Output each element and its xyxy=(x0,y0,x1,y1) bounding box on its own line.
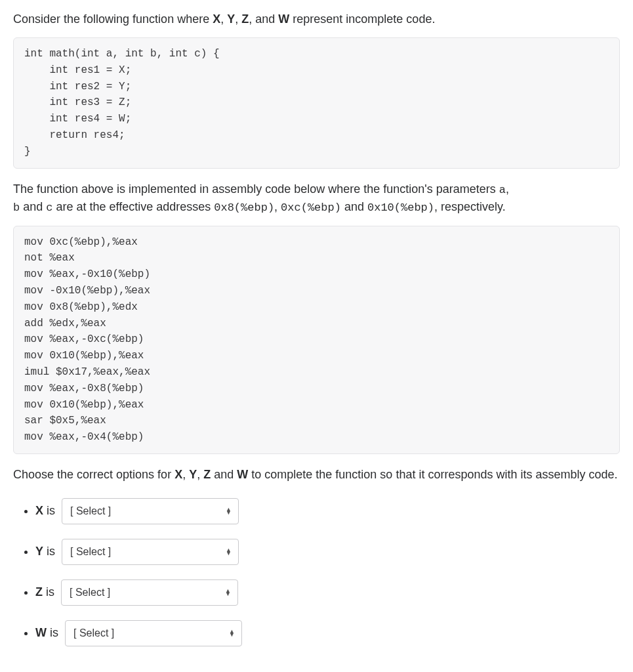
updown-icon: ▲▼ xyxy=(229,630,235,637)
answer-is: is xyxy=(43,585,54,598)
select-z[interactable]: [ Select ] ▲▼ xyxy=(61,579,238,606)
answer-label: Z is xyxy=(35,583,54,601)
select-placeholder: [ Select ] xyxy=(70,544,111,560)
answer-item-x: X is [ Select ] ▲▼ xyxy=(35,498,620,524)
addr1: 0x8(%ebp) xyxy=(214,201,274,214)
answer-item-w: W is [ Select ] ▲▼ xyxy=(35,620,620,646)
select-placeholder: [ Select ] xyxy=(73,625,114,641)
updown-icon: ▲▼ xyxy=(226,508,232,514)
answer-label: Y is xyxy=(35,543,55,560)
intro-prefix: Consider the following function where xyxy=(13,12,213,26)
addr3: 0x10(%ebp) xyxy=(367,201,434,214)
select-w[interactable]: [ Select ] ▲▼ xyxy=(65,620,242,646)
select-placeholder: [ Select ] xyxy=(70,585,110,600)
answer-var: Z xyxy=(35,585,43,598)
text: The function above is implemented in ass… xyxy=(13,182,499,196)
text: and xyxy=(341,200,367,213)
select-x[interactable]: [ Select ] ▲▼ xyxy=(62,498,239,524)
var-z: Z xyxy=(203,468,211,481)
answer-var: Y xyxy=(35,545,43,558)
code-block-asm: mov 0xc(%ebp),%eax not %eax mov %eax,-0x… xyxy=(13,226,620,454)
choose-paragraph: Choose the correct options for X, Y, Z a… xyxy=(13,466,620,484)
var-x: X xyxy=(213,12,220,26)
updown-icon: ▲▼ xyxy=(225,589,231,596)
answer-is: is xyxy=(43,504,55,517)
text: are at the effective addresses xyxy=(52,200,214,213)
sep: , xyxy=(197,468,203,481)
answer-var: X xyxy=(35,504,43,517)
middle-paragraph: The function above is implemented in ass… xyxy=(13,180,620,217)
select-placeholder: [ Select ] xyxy=(70,503,111,519)
answer-var: W xyxy=(35,626,47,639)
var-y: Y xyxy=(189,468,197,481)
updown-icon: ▲▼ xyxy=(226,549,232,555)
answer-is: is xyxy=(43,545,55,558)
text: and xyxy=(20,200,46,213)
var-z: Z xyxy=(241,12,249,26)
param-c: c xyxy=(46,201,52,214)
param-a: a xyxy=(499,184,506,196)
answer-item-z: Z is [ Select ] ▲▼ xyxy=(35,579,620,606)
answer-label: W is xyxy=(35,624,58,642)
answer-item-y: Y is [ Select ] ▲▼ xyxy=(35,539,620,565)
var-w: W xyxy=(278,12,289,26)
var-w: W xyxy=(237,468,248,481)
sep: , and xyxy=(249,12,278,26)
intro-paragraph: Consider the following function where X,… xyxy=(13,10,620,28)
answer-is: is xyxy=(47,626,58,639)
sep: , xyxy=(235,12,241,26)
intro-suffix: represent incomplete code. xyxy=(289,12,435,26)
answer-label: X is xyxy=(35,502,55,520)
var-y: Y xyxy=(227,12,235,26)
sep: , xyxy=(220,12,227,26)
text: to complete the function so that it corr… xyxy=(248,468,617,481)
text: and xyxy=(211,468,237,481)
text: , xyxy=(274,200,281,213)
param-b: b xyxy=(13,201,20,214)
text: Choose the correct options for xyxy=(13,468,174,481)
answer-list: X is [ Select ] ▲▼ Y is [ Select ] ▲▼ Z … xyxy=(13,498,620,646)
addr2: 0xc(%ebp) xyxy=(281,201,341,214)
code-block-c: int math(int a, int b, int c) { int res1… xyxy=(13,37,620,169)
text: , respectively. xyxy=(434,200,506,213)
var-x: X xyxy=(174,468,182,481)
text: , xyxy=(506,182,509,196)
select-y[interactable]: [ Select ] ▲▼ xyxy=(62,539,239,565)
sep: , xyxy=(182,468,189,481)
